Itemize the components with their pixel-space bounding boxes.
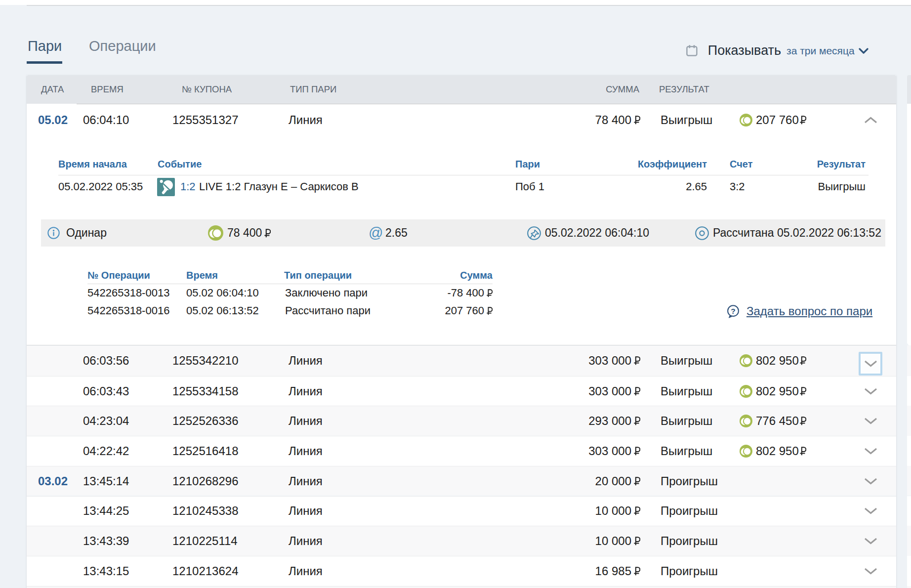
svg-text:?: ?	[731, 307, 735, 315]
